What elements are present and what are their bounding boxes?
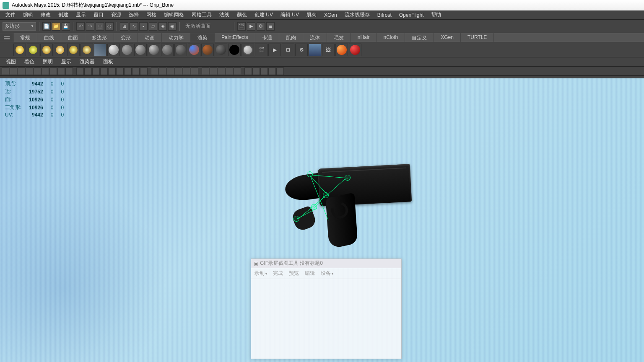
- texture-icon[interactable]: [94, 44, 106, 56]
- anisotropic-icon[interactable]: [174, 44, 187, 56]
- panel-menu-item[interactable]: 着色: [20, 57, 39, 66]
- panel-tool-icon[interactable]: [175, 67, 182, 75]
- area-light-icon[interactable]: [67, 44, 80, 56]
- panel-tool-icon[interactable]: [226, 67, 233, 75]
- menu-item[interactable]: 帮助: [427, 10, 445, 19]
- panel-tool-icon[interactable]: [84, 67, 92, 75]
- menu-item[interactable]: 网格: [143, 10, 160, 19]
- shelf-tab[interactable]: nCloth: [377, 33, 405, 42]
- menu-item[interactable]: 选择: [125, 10, 143, 19]
- panel-menu-item[interactable]: 视图: [2, 57, 20, 66]
- recorder-tab-record[interactable]: 录制: [254, 270, 267, 277]
- cancel-batch-icon[interactable]: [349, 44, 361, 56]
- render-settings-icon[interactable]: ⚙: [257, 22, 265, 31]
- panel-tool-icon[interactable]: [132, 67, 140, 75]
- ipr-render-icon[interactable]: ▶: [247, 22, 255, 31]
- batch-icon[interactable]: [335, 44, 348, 56]
- panel-tool-icon[interactable]: [65, 67, 73, 75]
- panel-tool-icon[interactable]: [167, 67, 174, 75]
- panel-tool-icon[interactable]: [42, 67, 49, 75]
- panel-tool-icon[interactable]: [140, 67, 148, 75]
- menu-item[interactable]: Bifrost: [374, 11, 395, 19]
- viewport[interactable]: 顶点: 9442 0 0边: 19752 0 0面: 10926 0 0三角形:…: [0, 78, 644, 362]
- menu-item[interactable]: 编辑: [19, 10, 37, 19]
- menu-item[interactable]: 文件: [2, 10, 19, 19]
- panel-tool-icon[interactable]: [210, 67, 217, 75]
- menu-item[interactable]: 肌肉: [303, 10, 320, 19]
- menu-item[interactable]: OpenFlight: [395, 11, 428, 19]
- panel-tool-icon[interactable]: [218, 67, 225, 75]
- render-settings-shelf-icon[interactable]: ⚙: [295, 44, 308, 56]
- recorder-tab-preview[interactable]: 预览: [289, 270, 299, 277]
- save-scene-icon[interactable]: 💾: [62, 22, 70, 31]
- shelf-tab[interactable]: TURTLE: [461, 33, 494, 42]
- shelf-tab[interactable]: 曲线: [37, 33, 61, 42]
- shelf-toggle[interactable]: [0, 33, 13, 42]
- open-scene-icon[interactable]: 📁: [52, 22, 60, 31]
- shader-ball-icon[interactable]: [107, 44, 120, 56]
- shelf-tab[interactable]: 常规: [13, 33, 37, 42]
- ambient-light-icon[interactable]: [27, 44, 39, 56]
- snap-plane-icon[interactable]: ▱: [149, 22, 157, 31]
- panel-tool-icon[interactable]: [108, 67, 116, 75]
- render-view-icon[interactable]: 🖼: [322, 44, 335, 56]
- panel-tool-icon[interactable]: [252, 67, 260, 75]
- panel-tool-icon[interactable]: [76, 67, 84, 75]
- menu-item[interactable]: 创建: [55, 10, 72, 19]
- panel-menu-item[interactable]: 照明: [39, 57, 57, 66]
- menu-item[interactable]: 资源: [107, 10, 125, 19]
- shelf-tab[interactable]: 多边形: [85, 33, 114, 42]
- shelf-tab[interactable]: XGen: [434, 33, 461, 42]
- panel-tool-icon[interactable]: [234, 67, 241, 75]
- panel-tool-icon[interactable]: [34, 67, 41, 75]
- point-light-icon[interactable]: [40, 44, 53, 56]
- menu-item[interactable]: 网格工具: [188, 10, 216, 19]
- panel-tool-icon[interactable]: [92, 67, 100, 75]
- panel-tool-icon[interactable]: [159, 67, 166, 75]
- recorder-tab-device[interactable]: 设备: [321, 270, 333, 277]
- panel-tool-icon[interactable]: [183, 67, 190, 75]
- use-background-icon[interactable]: [228, 44, 241, 56]
- redo-icon[interactable]: ↷: [86, 22, 94, 31]
- shelf-tab[interactable]: 自定义: [405, 33, 434, 42]
- panel-menu-item[interactable]: 面板: [99, 57, 117, 66]
- shelf-tab[interactable]: 动画: [138, 33, 162, 42]
- directional-light-icon[interactable]: [13, 44, 26, 56]
- panel-tool-icon[interactable]: [260, 67, 268, 75]
- layered-shader-icon[interactable]: [201, 44, 214, 56]
- snap-curve-icon[interactable]: ∿: [130, 22, 138, 31]
- panel-tool-icon[interactable]: [268, 67, 276, 75]
- snap-point-icon[interactable]: •: [139, 22, 148, 31]
- spot-light-icon[interactable]: [54, 44, 66, 56]
- recorder-tab-edit[interactable]: 编辑: [305, 270, 315, 277]
- panel-tool-icon[interactable]: [49, 67, 57, 75]
- snap-view-icon[interactable]: ◉: [168, 22, 177, 31]
- panel-tool-icon[interactable]: [276, 67, 284, 75]
- menu-item[interactable]: 编辑网格: [160, 10, 188, 19]
- batch-render-icon[interactable]: ≣: [266, 22, 275, 31]
- menu-item[interactable]: 法线: [216, 10, 233, 19]
- module-dropdown[interactable]: 多边形 ▼: [3, 22, 36, 31]
- render-frame-icon[interactable]: 🎬: [237, 22, 246, 31]
- volume-light-icon[interactable]: [80, 44, 93, 56]
- shading-map-icon[interactable]: [242, 44, 254, 56]
- panel-tool-icon[interactable]: [191, 67, 198, 75]
- menu-item[interactable]: 创建 UV: [251, 10, 277, 19]
- lambert-icon[interactable]: [121, 44, 133, 56]
- scene-model[interactable]: [281, 154, 415, 254]
- screen-recorder-window[interactable]: ▣ GIF录屏截图工具 没有标题0 录制 完成 预览 编辑 设备: [251, 259, 402, 359]
- menu-item[interactable]: 显示: [72, 10, 90, 19]
- render-region-icon[interactable]: ⊡: [282, 44, 294, 56]
- panel-tool-icon[interactable]: [151, 67, 158, 75]
- menu-item[interactable]: 颜色: [233, 10, 251, 19]
- surface-shader-icon[interactable]: [215, 44, 227, 56]
- shelf-tab[interactable]: 变形: [114, 33, 138, 42]
- phong-e-icon[interactable]: [161, 44, 174, 56]
- recorder-tab-done[interactable]: 完成: [273, 270, 283, 277]
- lasso-icon[interactable]: ◌: [105, 22, 114, 31]
- panel-tool-icon[interactable]: [202, 67, 209, 75]
- select-icon[interactable]: ⬚: [96, 22, 104, 31]
- snap-live-icon[interactable]: ◈: [158, 22, 167, 31]
- panel-tool-icon[interactable]: [57, 67, 65, 75]
- panel-menu-item[interactable]: 渲染器: [75, 57, 99, 66]
